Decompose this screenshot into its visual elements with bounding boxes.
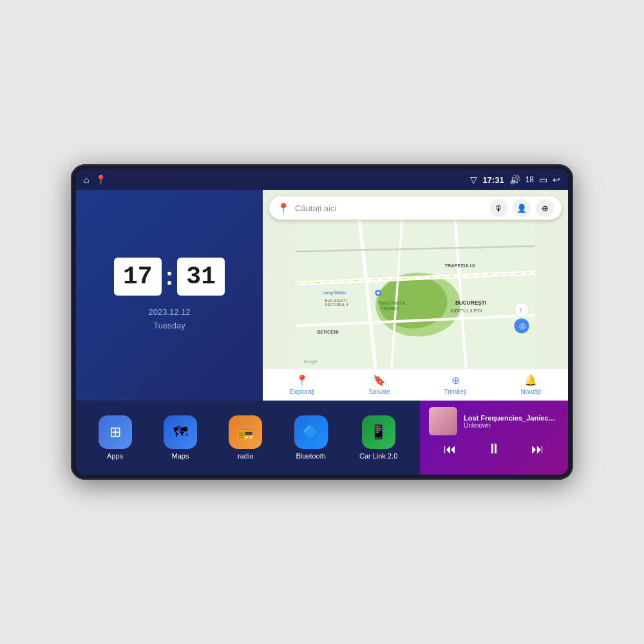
maps-icon-box: 🗺 — [164, 415, 197, 449]
status-bar: ⌂ 📍 ▽ 17:31 🔊 18 ▭ ↩ — [76, 169, 568, 190]
main-content: 17 : 31 2023.12.12 Tuesday 📍 Căutați aic… — [76, 190, 568, 475]
clock-display: 17 : 31 — [114, 258, 225, 296]
explore-icon: 📍 — [296, 374, 308, 386]
clock-hours: 17 — [114, 258, 162, 296]
top-section: 17 : 31 2023.12.12 Tuesday 📍 Căutați aic… — [76, 190, 568, 401]
bluetooth-icon: 🔷 — [302, 424, 319, 440]
clock-date-value: 2023.12.12 — [148, 306, 190, 319]
svg-text:BUCUREȘTI: BUCUREȘTI — [325, 299, 347, 303]
clock-colon: : — [166, 263, 174, 290]
svg-text:JUDEȚUL ILFOV: JUDEȚUL ILFOV — [450, 308, 483, 314]
carlink-icon: 📱 — [370, 424, 387, 440]
maps-status-icon[interactable]: 📍 — [95, 175, 106, 185]
signal-icon: ▽ — [470, 175, 477, 185]
clock-date: 2023.12.12 Tuesday — [148, 306, 190, 333]
clock-day-value: Tuesday — [148, 319, 190, 333]
music-text: Lost Frequencies_Janieck Devy-... Unknow… — [464, 414, 559, 429]
car-display-device: ⌂ 📍 ▽ 17:31 🔊 18 ▭ ↩ 17 : — [71, 164, 573, 480]
map-nav-news[interactable]: 🔔 Noutăți — [520, 374, 541, 395]
svg-point-21 — [377, 291, 380, 294]
svg-text:BERCENI: BERCENI — [317, 329, 338, 335]
clock-panel: 17 : 31 2023.12.12 Tuesday — [76, 190, 263, 401]
music-artist: Unknown — [464, 422, 559, 429]
maps-label: Maps — [172, 452, 189, 460]
map-search-placeholder[interactable]: Căutați aici — [295, 204, 484, 213]
map-nav-send[interactable]: ⊕ Trimiteți — [444, 374, 467, 395]
svg-text:SECTORUL 4: SECTORUL 4 — [325, 303, 349, 307]
svg-text:Google: Google — [304, 359, 318, 365]
svg-text:Leroy Merlin: Leroy Merlin — [323, 290, 346, 296]
play-pause-button[interactable]: ⏸ — [487, 440, 501, 457]
apps-label: Apps — [107, 452, 123, 460]
clock-minutes: 31 — [177, 258, 225, 296]
map-panel[interactable]: 📍 Căutați aici 🎙 👤 ⊕ — [263, 190, 568, 401]
prev-button[interactable]: ⏮ — [444, 442, 457, 457]
back-icon[interactable]: ↩ — [553, 175, 560, 185]
next-button[interactable]: ⏭ — [531, 442, 544, 457]
layers-icon[interactable]: ⊕ — [536, 199, 554, 217]
map-pin-icon: 📍 — [277, 202, 290, 214]
status-time: 17:31 — [482, 175, 504, 185]
music-panel: Lost Frequencies_Janieck Devy-... Unknow… — [420, 401, 568, 475]
apps-icon: ⊞ — [109, 424, 121, 440]
device-screen: ⌂ 📍 ▽ 17:31 🔊 18 ▭ ↩ 17 : — [76, 169, 568, 475]
music-info: Lost Frequencies_Janieck Devy-... Unknow… — [429, 407, 559, 435]
saved-icon: 🔖 — [373, 374, 386, 386]
map-nav-saved[interactable]: 🔖 Salvate — [368, 374, 390, 395]
svg-text:BUCUREȘTI: BUCUREȘTI — [455, 300, 486, 306]
carlink-icon-box: 📱 — [362, 415, 395, 449]
apps-icon-box: ⊞ — [99, 415, 132, 449]
music-controls: ⏮ ⏸ ⏭ — [429, 440, 559, 457]
app-item-bluetooth[interactable]: 🔷 Bluetooth — [294, 415, 328, 460]
status-left: ⌂ 📍 — [84, 175, 106, 185]
svg-text:↑: ↑ — [519, 307, 522, 314]
svg-text:Văcărești: Văcărești — [381, 306, 399, 311]
news-label: Noutăți — [520, 388, 541, 395]
map-search-bar[interactable]: 📍 Căutați aici 🎙 👤 ⊕ — [269, 196, 562, 220]
radio-icon-box: 📻 — [229, 415, 262, 449]
battery-level: 18 — [526, 175, 534, 184]
music-title: Lost Frequencies_Janieck Devy-... — [464, 414, 559, 422]
music-thumbnail — [429, 407, 457, 435]
bluetooth-label: Bluetooth — [296, 452, 325, 460]
radio-icon: 📻 — [237, 424, 254, 440]
svg-text:Parcul Natural: Parcul Natural — [378, 301, 405, 305]
app-item-radio[interactable]: 📻 radio — [229, 415, 262, 460]
status-right: ▽ 17:31 🔊 18 ▭ ↩ — [470, 175, 560, 185]
profile-icon[interactable]: 👤 — [513, 199, 531, 217]
carlink-label: Car Link 2.0 — [359, 452, 397, 460]
send-label: Trimiteți — [444, 388, 467, 395]
app-item-apps[interactable]: ⊞ Apps — [99, 415, 132, 460]
map-visual: TRAPEZULUI BUCUREȘTI JUDEȚUL ILFOV BERCE… — [263, 220, 568, 368]
map-search-actions: 🎙 👤 ⊕ — [489, 199, 554, 217]
music-thumb-image — [429, 407, 457, 435]
app-item-carlink[interactable]: 📱 Car Link 2.0 — [359, 415, 397, 460]
bottom-section: ⊞ Apps 🗺 Maps 📻 radio — [76, 401, 568, 475]
explore-label: Explorați — [290, 388, 315, 395]
home-icon[interactable]: ⌂ — [84, 175, 89, 185]
app-item-maps[interactable]: 🗺 Maps — [164, 415, 197, 460]
mic-icon[interactable]: 🎙 — [489, 199, 507, 217]
volume-icon: 🔊 — [509, 175, 520, 185]
send-icon: ⊕ — [451, 374, 460, 386]
svg-text:TRAPEZULUI: TRAPEZULUI — [444, 263, 475, 269]
map-bottom-bar: 📍 Explorați 🔖 Salvate ⊕ Trimiteți 🔔 — [263, 368, 568, 401]
maps-icon: 🗺 — [173, 424, 187, 440]
battery-icon: ▭ — [539, 175, 547, 185]
radio-label: radio — [238, 452, 253, 460]
svg-text:◎: ◎ — [519, 322, 526, 330]
saved-label: Salvate — [368, 388, 390, 395]
apps-panel: ⊞ Apps 🗺 Maps 📻 radio — [76, 401, 420, 475]
news-icon: 🔔 — [524, 374, 537, 386]
bluetooth-icon-box: 🔷 — [294, 415, 328, 449]
map-nav-explore[interactable]: 📍 Explorați — [290, 374, 315, 395]
